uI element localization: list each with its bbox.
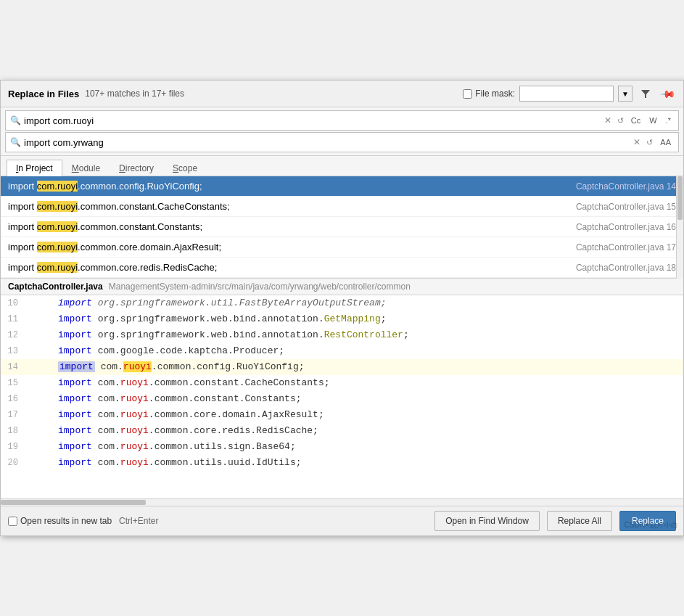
code-filename: CaptchaController.java bbox=[8, 282, 103, 292]
code-line: 12 import org.springframework.web.bind.a… bbox=[1, 327, 683, 343]
find-clear-btn[interactable]: ✕ bbox=[603, 115, 613, 126]
code-line: 18 import com.ruoyi.common.core.redis.Re… bbox=[1, 423, 683, 439]
result-text: import com.ruoyi.common.core.redis.Redis… bbox=[8, 262, 569, 273]
highlight-match: com.ruoyi bbox=[37, 181, 78, 192]
replace-aa-btn[interactable]: AA bbox=[657, 136, 674, 148]
result-filename: CaptchaController.java 17 bbox=[576, 242, 676, 252]
highlight-match: com.ruoyi bbox=[37, 201, 78, 212]
replace-all-btn[interactable]: Replace All bbox=[547, 511, 612, 531]
dialog-title: Replace in Files bbox=[8, 89, 79, 99]
tab-scope[interactable]: Scope bbox=[163, 160, 207, 176]
replace-input[interactable] bbox=[24, 137, 629, 148]
result-text: import com.ruoyi.common.core.domain.Ajax… bbox=[8, 242, 569, 252]
filter-icon bbox=[640, 89, 651, 99]
find-row: 🔍 ✕ ↺ Cc W .* bbox=[5, 110, 679, 131]
code-line: 20 import com.ruoyi.common.utils.uuid.Id… bbox=[1, 455, 683, 471]
result-filename: CaptchaController.java 14 bbox=[576, 181, 676, 192]
result-filename: CaptchaController.java 15 bbox=[576, 202, 676, 212]
result-row[interactable]: import com.ruoyi.common.constant.Constan… bbox=[1, 217, 683, 237]
highlight-match: com.ruoyi bbox=[37, 242, 78, 252]
regex-btn[interactable]: .* bbox=[663, 115, 674, 126]
file-mask-input[interactable] bbox=[519, 86, 614, 102]
result-filename: CaptchaController.java 16 bbox=[576, 222, 676, 232]
footer: Open results in new tab Ctrl+Enter Open … bbox=[1, 506, 683, 535]
file-mask-checkbox-label[interactable]: File mask: bbox=[463, 89, 515, 99]
result-text: import com.ruoyi.common.config.RuoYiConf… bbox=[8, 181, 569, 192]
find-history-btn[interactable]: ↺ bbox=[616, 116, 625, 126]
highlight-match: com.ruoyi bbox=[37, 221, 78, 232]
replace-icon: 🔍 bbox=[10, 137, 21, 147]
open-find-window-btn[interactable]: Open in Find Window bbox=[434, 511, 540, 531]
file-mask-label: File mask: bbox=[475, 89, 515, 99]
pin-btn[interactable]: 📌 bbox=[659, 85, 676, 102]
tab-module[interactable]: Module bbox=[62, 160, 110, 176]
code-line: 19 import com.ruoyi.common.utils.sign.Ba… bbox=[1, 439, 683, 455]
tab-in-project[interactable]: In Project bbox=[7, 160, 62, 176]
results-scrollbar-thumb bbox=[677, 176, 683, 220]
code-preview-header: CaptchaController.java ManagementSystem-… bbox=[1, 279, 683, 295]
replace-row: 🔍 ✕ ↺ AA bbox=[5, 132, 679, 152]
highlight-match: com.ruoyi bbox=[37, 262, 78, 273]
tab-directory[interactable]: Directory bbox=[110, 160, 163, 176]
replace-clear-btn[interactable]: ✕ bbox=[632, 137, 642, 147]
result-row[interactable]: import com.ruoyi.common.config.RuoYiConf… bbox=[1, 176, 683, 197]
svg-marker-0 bbox=[641, 90, 650, 98]
results-list: import com.ruoyi.common.config.RuoYiConf… bbox=[1, 176, 683, 279]
result-text: import com.ruoyi.common.constant.Constan… bbox=[8, 221, 569, 232]
scope-tabs: In Project Module Directory Scope bbox=[1, 156, 683, 176]
code-path: ManagementSystem-admin/src/main/java/com… bbox=[109, 282, 411, 292]
case-sensitive-btn[interactable]: Cc bbox=[628, 115, 643, 126]
code-h-scrollbar[interactable] bbox=[1, 498, 683, 506]
code-line: 11 import org.springframework.web.bind.a… bbox=[1, 311, 683, 327]
open-in-tab-label[interactable]: Open results in new tab bbox=[8, 516, 112, 526]
results-scrollbar[interactable] bbox=[676, 176, 683, 279]
code-area[interactable]: 10 import org.springframework.util.FastB… bbox=[1, 295, 683, 498]
filter-icon-btn[interactable] bbox=[637, 85, 654, 102]
replace-history-btn[interactable]: ↺ bbox=[645, 138, 654, 147]
code-line: 10 import org.springframework.util.FastB… bbox=[1, 295, 683, 311]
pin-icon: 📌 bbox=[659, 85, 675, 102]
file-mask-checkbox[interactable] bbox=[463, 89, 472, 99]
code-line: 15 import com.ruoyi.common.constant.Cach… bbox=[1, 375, 683, 391]
code-line: 17 import com.ruoyi.common.core.domain.A… bbox=[1, 407, 683, 423]
find-icon: 🔍 bbox=[10, 115, 21, 126]
result-row[interactable]: import com.ruoyi.common.constant.CacheCo… bbox=[1, 197, 683, 217]
search-area: 🔍 ✕ ↺ Cc W .* 🔍 ✕ ↺ AA bbox=[1, 107, 683, 156]
result-filename: CaptchaController.java 18 bbox=[576, 263, 676, 273]
code-line: 13 import com.google.code.kaptcha.Produc… bbox=[1, 343, 683, 359]
result-row[interactable]: import com.ruoyi.common.core.redis.Redis… bbox=[1, 258, 683, 278]
file-mask-dropdown[interactable]: ▼ bbox=[618, 86, 633, 102]
whole-word-btn[interactable]: W bbox=[646, 115, 659, 126]
open-in-tab-text: Open results in new tab bbox=[20, 516, 112, 526]
code-line: 16 import com.ruoyi.common.constant.Cons… bbox=[1, 391, 683, 407]
watermark: CSDN×划片小白 bbox=[625, 520, 678, 530]
open-in-tab-checkbox[interactable] bbox=[8, 517, 17, 526]
header-controls: File mask: ▼ 📌 bbox=[463, 85, 676, 102]
results-container: import com.ruoyi.common.config.RuoYiConf… bbox=[1, 176, 683, 279]
dialog-header: Replace in Files 107+ matches in 17+ fil… bbox=[1, 81, 683, 107]
matches-count: 107+ matches in 17+ files bbox=[85, 89, 184, 99]
find-input[interactable] bbox=[24, 115, 600, 126]
code-h-scrollbar-thumb bbox=[1, 500, 146, 505]
result-row[interactable]: import com.ruoyi.common.core.domain.Ajax… bbox=[1, 237, 683, 258]
shortcut-hint: Ctrl+Enter bbox=[119, 516, 158, 526]
result-text: import com.ruoyi.common.constant.CacheCo… bbox=[8, 201, 569, 212]
code-line-highlighted: 14 import com.ruoyi.common.config.RuoYiC… bbox=[1, 359, 683, 375]
